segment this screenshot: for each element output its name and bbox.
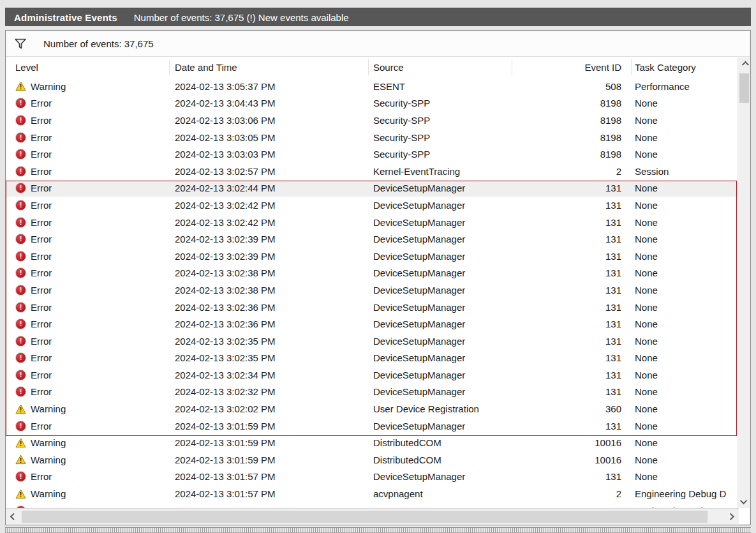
- level-label: Warning: [31, 454, 66, 465]
- chevron-right-icon: [727, 513, 734, 520]
- task-category-cell: None: [626, 403, 739, 414]
- date-time-cell: 2024-02-13 3:02:42 PM: [169, 200, 368, 211]
- column-divider[interactable]: [368, 59, 369, 75]
- event-row[interactable]: !Error2024-02-13 3:01:59 PMDeviceSetupMa…: [6, 417, 739, 435]
- event-row[interactable]: !Error2024-02-13 3:02:44 PMDeviceSetupMa…: [6, 180, 739, 197]
- column-header-source[interactable]: Source: [368, 62, 512, 73]
- source-cell: DeviceSetupManager: [368, 200, 512, 211]
- column-divider[interactable]: [512, 59, 512, 75]
- column-header-event-id[interactable]: Event ID: [512, 62, 626, 73]
- event-row[interactable]: !Error2024-02-13 3:02:35 PMDeviceSetupMa…: [6, 350, 739, 367]
- task-category-cell: None: [626, 386, 739, 397]
- error-icon: !: [15, 251, 26, 262]
- source-cell: DeviceSetupManager: [368, 251, 512, 262]
- task-category-cell: None: [626, 437, 739, 448]
- event-row[interactable]: !Error2024-02-13 3:02:36 PMDeviceSetupMa…: [6, 299, 739, 316]
- source-cell: ESENT: [368, 81, 512, 92]
- level-label: Error: [31, 132, 52, 143]
- scroll-left-button[interactable]: [8, 509, 20, 525]
- event-row[interactable]: !Error2024-02-13 3:04:43 PMSecurity-SPP8…: [6, 95, 739, 112]
- table-header: Level Date and Time Source Event ID Task…: [6, 57, 739, 77]
- level-cell: !Error: [6, 149, 169, 160]
- level-label: Error: [31, 421, 52, 432]
- scroll-up-button[interactable]: [738, 57, 750, 70]
- event-row[interactable]: !Error2024-02-13 3:02:34 PMDeviceSetupMa…: [6, 366, 739, 384]
- event-row[interactable]: !Error2024-02-13 3:03:06 PMSecurity-SPP8…: [6, 112, 739, 129]
- date-time-cell: 2024-02-13 3:02:36 PM: [169, 319, 368, 329]
- event-id-cell: 131: [512, 352, 626, 363]
- event-id-cell: 131: [512, 234, 626, 244]
- source-cell: Security-SPP: [368, 132, 512, 143]
- column-divider[interactable]: [169, 59, 170, 75]
- event-row[interactable]: !Error2024-02-13 3:03:03 PMSecurity-SPP8…: [6, 146, 739, 163]
- event-row[interactable]: !Error2024-02-13 3:02:38 PMDeviceSetupMa…: [6, 265, 739, 282]
- error-icon: !: [15, 200, 26, 211]
- event-id-cell: 131: [512, 421, 626, 432]
- error-icon: !: [15, 370, 26, 380]
- date-time-cell: 2024-02-13 3:01:59 PM: [169, 421, 368, 432]
- event-row[interactable]: !Error2024-02-13 3:01:57 PMacvpnagent2En…: [6, 502, 739, 508]
- event-row[interactable]: !Warning2024-02-13 3:05:37 PMESENT508Per…: [6, 78, 739, 95]
- event-id-cell: 131: [512, 183, 626, 193]
- error-icon: !: [15, 285, 26, 296]
- level-cell: !Error: [6, 132, 169, 143]
- date-time-cell: 2024-02-13 3:02:35 PM: [169, 336, 368, 347]
- date-time-cell: 2024-02-13 3:02:32 PM: [169, 386, 368, 397]
- event-row[interactable]: !Warning2024-02-13 3:01:59 PMDistributed…: [6, 451, 739, 469]
- level-label: Error: [31, 267, 52, 278]
- column-divider[interactable]: [631, 59, 632, 75]
- task-category-cell: Session: [626, 166, 739, 177]
- source-cell: DeviceSetupManager: [368, 217, 512, 228]
- level-label: Error: [31, 336, 52, 347]
- event-row[interactable]: !Error2024-02-13 3:02:32 PMDeviceSetupMa…: [6, 384, 739, 401]
- date-time-cell: 2024-02-13 3:02:38 PM: [169, 285, 368, 296]
- event-row[interactable]: !Error2024-02-13 3:02:57 PMKernel-EventT…: [6, 163, 739, 180]
- level-label: Warning: [31, 403, 66, 414]
- task-category-cell: None: [626, 149, 739, 160]
- task-category-cell: None: [626, 352, 739, 363]
- event-row[interactable]: !Error2024-02-13 3:01:57 PMDeviceSetupMa…: [6, 469, 739, 486]
- event-row[interactable]: !Error2024-02-13 3:02:39 PMDeviceSetupMa…: [6, 248, 739, 265]
- date-time-cell: 2024-02-13 3:01:57 PM: [169, 488, 368, 499]
- task-category-cell: None: [626, 421, 739, 432]
- source-cell: DeviceSetupManager: [368, 336, 512, 347]
- task-category-cell: None: [626, 217, 739, 228]
- event-row[interactable]: !Error2024-02-13 3:02:35 PMDeviceSetupMa…: [6, 333, 739, 350]
- date-time-cell: 2024-02-13 3:05:37 PM: [169, 81, 368, 92]
- vertical-scrollbar-thumb[interactable]: [739, 73, 749, 103]
- column-header-date-time[interactable]: Date and Time: [169, 62, 368, 73]
- event-id-cell: 2: [512, 166, 626, 177]
- horizontal-scrollbar-thumb[interactable]: [22, 511, 708, 523]
- event-row[interactable]: !Error2024-02-13 3:03:05 PMSecurity-SPP8…: [6, 129, 739, 146]
- event-row[interactable]: !Warning2024-02-13 3:01:57 PMacvpnagent2…: [6, 485, 739, 502]
- event-row[interactable]: !Error2024-02-13 3:02:38 PMDeviceSetupMa…: [6, 282, 739, 299]
- error-icon: !: [15, 115, 26, 126]
- level-label: Error: [31, 217, 52, 228]
- level-cell: !Error: [6, 234, 169, 244]
- event-row[interactable]: !Error2024-02-13 3:02:39 PMDeviceSetupMa…: [6, 230, 739, 248]
- source-cell: DeviceSetupManager: [368, 234, 512, 244]
- event-row[interactable]: !Error2024-02-13 3:02:42 PMDeviceSetupMa…: [6, 197, 739, 214]
- source-cell: Kernel-EventTracing: [368, 166, 512, 177]
- task-category-cell: None: [626, 471, 739, 482]
- source-cell: DeviceSetupManager: [368, 386, 512, 397]
- vertical-scrollbar[interactable]: [737, 57, 750, 508]
- event-row[interactable]: !Error2024-02-13 3:02:42 PMDeviceSetupMa…: [6, 214, 739, 231]
- horizontal-scrollbar[interactable]: [6, 508, 739, 525]
- level-label: Error: [31, 319, 52, 329]
- source-cell: DeviceSetupManager: [368, 302, 512, 313]
- column-header-task-category[interactable]: Task Category: [626, 62, 739, 73]
- scroll-right-button[interactable]: [725, 509, 737, 525]
- source-cell: DeviceSetupManager: [368, 183, 512, 193]
- column-header-level[interactable]: Level: [6, 62, 169, 73]
- level-cell: !Error: [6, 319, 169, 329]
- error-icon: !: [15, 336, 26, 347]
- event-id-cell: 8198: [512, 149, 626, 160]
- level-cell: !Error: [6, 386, 169, 397]
- event-row[interactable]: !Warning2024-02-13 3:02:02 PMUser Device…: [6, 400, 739, 417]
- scroll-down-button[interactable]: [738, 495, 750, 508]
- task-category-cell: None: [626, 370, 739, 380]
- level-cell: !Error: [6, 251, 169, 262]
- event-row[interactable]: !Error2024-02-13 3:02:36 PMDeviceSetupMa…: [6, 315, 739, 333]
- event-row[interactable]: !Warning2024-02-13 3:01:59 PMDistributed…: [6, 434, 739, 451]
